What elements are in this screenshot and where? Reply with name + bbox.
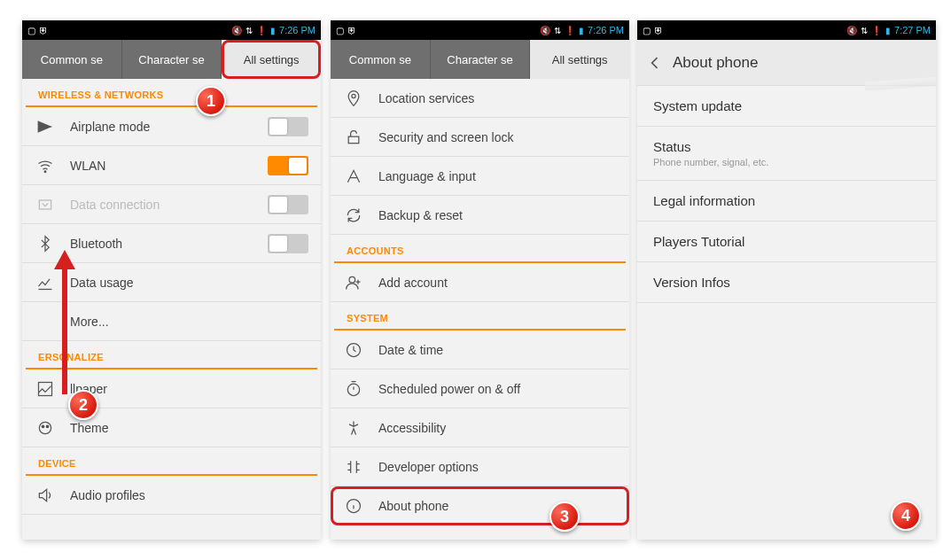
data-usage-label: Data usage — [70, 276, 308, 290]
mute-icon: 🔇 — [540, 26, 550, 35]
bluetooth-icon — [35, 233, 56, 254]
gallery-icon: ▢ — [27, 26, 35, 35]
row-backup[interactable]: Backup & reset — [331, 196, 629, 235]
section-wireless: WIRELESS & NETWORKS — [26, 79, 317, 107]
phone-screen-3: ▢⛨ 🔇⇅❗▮7:27 PM About phone System update… — [637, 20, 936, 540]
tab-common[interactable]: Common se — [331, 40, 431, 79]
wifi-icon: ⇅ — [861, 26, 868, 35]
row-wlan[interactable]: WLAN — [22, 146, 321, 185]
about-title: About phone — [673, 54, 758, 72]
row-legal[interactable]: Legal information — [637, 181, 936, 222]
gallery-icon: ▢ — [336, 26, 344, 35]
svg-point-6 — [352, 94, 355, 97]
wlan-toggle[interactable] — [268, 156, 308, 175]
tab-common[interactable]: Common se — [22, 40, 122, 79]
airplane-toggle[interactable] — [268, 117, 308, 136]
status-label: Status — [653, 139, 920, 154]
clock: 7:27 PM — [894, 25, 931, 35]
settings-list[interactable]: Location services Security and screen lo… — [331, 79, 629, 540]
svg-point-4 — [42, 425, 44, 428]
airplane-icon — [35, 116, 56, 137]
accessibility-icon — [343, 417, 364, 439]
warn-icon: ❗ — [871, 26, 882, 35]
wlan-label: WLAN — [70, 159, 268, 173]
location-icon — [343, 88, 364, 109]
info-icon — [343, 495, 364, 517]
settings-tabs: Common se Character se All settings — [22, 40, 321, 79]
mute-icon: 🔇 — [846, 26, 857, 35]
add-account-icon — [343, 272, 364, 293]
row-location[interactable]: Location services — [331, 79, 629, 118]
phone-screen-2: ▢⛨ 🔇⇅❗▮7:26 PM Common se Character se Al… — [331, 20, 629, 540]
svg-point-3 — [39, 422, 51, 433]
security-label: Security and screen lock — [378, 130, 617, 144]
svg-point-8 — [349, 276, 355, 283]
row-security[interactable]: Security and screen lock — [331, 118, 629, 157]
row-scheduled-power[interactable]: Scheduled power on & off — [331, 369, 629, 408]
about-label: About phone — [378, 499, 617, 513]
system-update-label: System update — [653, 98, 920, 113]
wifi-icon: ⇅ — [245, 26, 253, 35]
bluetooth-label: Bluetooth — [70, 237, 268, 251]
row-theme[interactable]: Theme — [22, 408, 321, 447]
wallpaper-icon — [35, 378, 56, 400]
data-conn-icon — [35, 194, 56, 215]
about-header: About phone — [637, 40, 936, 86]
row-about-phone[interactable]: About phone — [331, 486, 629, 525]
data-conn-toggle — [268, 195, 308, 214]
timer-icon — [343, 378, 364, 400]
mute-icon: 🔇 — [231, 26, 242, 35]
row-airplane-mode[interactable]: Airplane mode — [22, 107, 321, 146]
statusbar: ▢⛨ 🔇⇅❗▮7:26 PM — [22, 20, 321, 40]
tab-character[interactable]: Character se — [431, 40, 531, 79]
row-developer-options[interactable]: Developer options — [331, 447, 629, 486]
statusbar: ▢⛨ 🔇⇅❗▮7:26 PM — [331, 20, 629, 40]
section-personalize: ERSONALIZE — [26, 341, 317, 369]
battery-icon: ▮ — [579, 26, 584, 35]
row-add-account[interactable]: Add account — [331, 263, 629, 302]
annotation-badge-3: 3 — [549, 502, 580, 532]
clock-icon — [343, 339, 364, 361]
row-status[interactable]: Status Phone number, signal, etc. — [637, 127, 936, 181]
tab-all-settings[interactable]: All settings — [530, 40, 629, 79]
row-audio-profiles[interactable]: Audio profiles — [22, 476, 321, 515]
row-system-update[interactable]: System update — [637, 86, 936, 127]
datetime-label: Date & time — [378, 343, 617, 357]
status-sub: Phone number, signal, etc. — [653, 157, 920, 167]
about-list[interactable]: System update Status Phone number, signa… — [637, 86, 936, 540]
svg-rect-7 — [348, 136, 359, 144]
data-usage-icon — [35, 272, 56, 293]
version-label: Version Infos — [653, 275, 920, 290]
add-account-label: Add account — [378, 276, 617, 290]
tab-all-settings[interactable]: All settings — [222, 40, 321, 79]
annotation-badge-2: 2 — [68, 390, 98, 420]
row-version-infos[interactable]: Version Infos — [637, 262, 936, 303]
bluetooth-toggle[interactable] — [268, 234, 308, 253]
warn-icon: ❗ — [565, 26, 575, 35]
section-system: SYSTEM — [334, 302, 626, 331]
players-label: Players Tutorial — [653, 234, 920, 249]
wallpaper-label: llpaper — [70, 382, 308, 396]
location-label: Location services — [378, 91, 617, 105]
back-icon[interactable] — [646, 54, 664, 72]
row-language[interactable]: Language & input — [331, 157, 629, 196]
accessibility-label: Accessibility — [378, 421, 617, 435]
svg-rect-2 — [39, 382, 52, 395]
lock-icon — [343, 127, 364, 148]
shield-icon: ⛨ — [39, 26, 48, 35]
backup-icon — [343, 205, 364, 226]
row-datetime[interactable]: Date & time — [331, 331, 629, 369]
row-players-tutorial[interactable]: Players Tutorial — [637, 222, 936, 262]
tab-character[interactable]: Character se — [122, 40, 222, 79]
backup-label: Backup & reset — [378, 208, 617, 222]
audio-icon — [35, 485, 56, 506]
scheduled-label: Scheduled power on & off — [378, 382, 617, 396]
gallery-icon: ▢ — [643, 26, 651, 35]
svg-rect-1 — [39, 200, 51, 209]
svg-point-5 — [46, 425, 49, 428]
shield-icon: ⛨ — [347, 26, 356, 35]
statusbar: ▢⛨ 🔇⇅❗▮7:27 PM — [637, 20, 936, 40]
row-accessibility[interactable]: Accessibility — [331, 408, 629, 447]
developer-icon — [343, 456, 364, 478]
battery-icon: ▮ — [885, 26, 891, 35]
